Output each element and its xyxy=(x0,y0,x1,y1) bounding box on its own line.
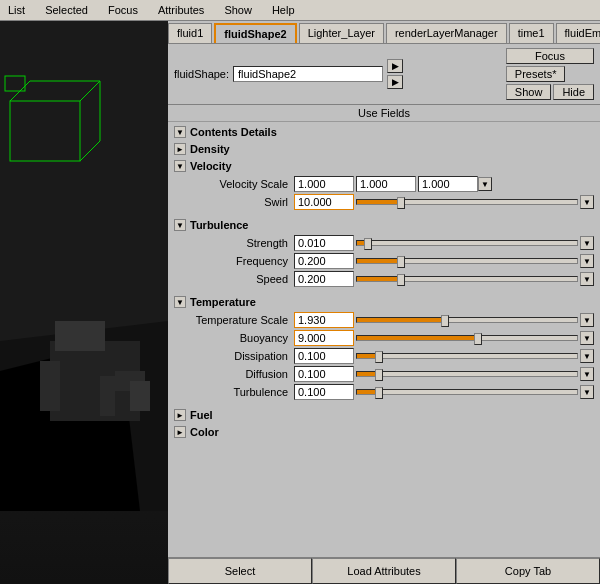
menu-help[interactable]: Help xyxy=(268,2,299,18)
section-density: ► Density xyxy=(170,141,598,157)
section-header-color[interactable]: ► Color xyxy=(170,424,598,440)
input-strength[interactable] xyxy=(294,235,354,251)
slider-track-temperature-scale[interactable] xyxy=(356,317,578,323)
slider-diffusion[interactable] xyxy=(356,371,578,377)
speed-icon[interactable]: ▼ xyxy=(580,272,594,286)
slider-track-speed[interactable] xyxy=(356,276,578,282)
input-dissipation[interactable] xyxy=(294,348,354,364)
slider-swirl[interactable] xyxy=(356,199,578,205)
frequency-icon[interactable]: ▼ xyxy=(580,254,594,268)
select-button[interactable]: Select xyxy=(168,558,312,584)
arrow-fuel[interactable]: ► xyxy=(174,409,186,421)
menu-attributes[interactable]: Attributes xyxy=(154,2,208,18)
arrow-density[interactable]: ► xyxy=(174,143,186,155)
input-temperature-scale[interactable] xyxy=(294,312,354,328)
menu-show[interactable]: Show xyxy=(220,2,256,18)
slider-track-frequency[interactable] xyxy=(356,258,578,264)
slider-speed[interactable] xyxy=(356,276,578,282)
slider-frequency[interactable] xyxy=(356,258,578,264)
dissipation-icon[interactable]: ▼ xyxy=(580,349,594,363)
presets-button[interactable]: Presets* xyxy=(506,66,566,82)
tab-renderlayermanager[interactable]: renderLayerManager xyxy=(386,23,507,43)
buoyancy-icon[interactable]: ▼ xyxy=(580,331,594,345)
attr-row-strength: Strength ▼ xyxy=(174,235,594,251)
attr-row-temperature-scale: Temperature Scale ▼ xyxy=(174,312,594,328)
temperature-scale-icon[interactable]: ▼ xyxy=(580,313,594,327)
section-header-density[interactable]: ► Density xyxy=(170,141,598,157)
label-buoyancy: Buoyancy xyxy=(174,332,294,344)
slider-track-buoyancy[interactable] xyxy=(356,335,578,341)
svg-rect-12 xyxy=(40,361,60,411)
slider-track-dissipation[interactable] xyxy=(356,353,578,359)
diffusion-icon[interactable]: ▼ xyxy=(580,367,594,381)
menu-selected[interactable]: Selected xyxy=(41,2,92,18)
input-swirl[interactable] xyxy=(294,194,354,210)
arrow-color[interactable]: ► xyxy=(174,426,186,438)
slider-strength[interactable] xyxy=(356,240,578,246)
right-panel: fluid1 fluidShape2 Lighter_Layer renderL… xyxy=(168,21,600,584)
velocity-scale-z[interactable] xyxy=(418,176,478,192)
label-diffusion: Diffusion xyxy=(174,368,294,380)
tab-fluidemitter1[interactable]: fluidEmitter1 xyxy=(556,23,600,43)
section-fuel: ► Fuel xyxy=(170,407,598,423)
attr-icon2[interactable]: ▶ xyxy=(387,75,403,89)
section-header-contents-details[interactable]: ▼ Contents Details xyxy=(170,124,598,140)
slider-track-turbulence-temp[interactable] xyxy=(356,389,578,395)
label-turbulence-temp: Turbulence xyxy=(174,386,294,398)
attr-row-diffusion: Diffusion ▼ xyxy=(174,366,594,382)
slider-buoyancy[interactable] xyxy=(356,335,578,341)
tab-fluidshape2[interactable]: fluidShape2 xyxy=(214,23,296,43)
input-turbulence-temp[interactable] xyxy=(294,384,354,400)
header-left: fluidShape: ▶ ▶ xyxy=(174,59,506,89)
arrow-temperature[interactable]: ▼ xyxy=(174,296,186,308)
tab-fluid1[interactable]: fluid1 xyxy=(168,23,212,43)
input-buoyancy[interactable] xyxy=(294,330,354,346)
label-swirl: Swirl xyxy=(174,196,294,208)
strength-icon[interactable]: ▼ xyxy=(580,236,594,250)
fluidshape-input[interactable] xyxy=(233,66,383,82)
slider-track-diffusion[interactable] xyxy=(356,371,578,377)
attr-row-turbulence-temp: Turbulence ▼ xyxy=(174,384,594,400)
label-speed: Speed xyxy=(174,273,294,285)
slider-track-swirl[interactable] xyxy=(356,199,578,205)
arrow-contents-details[interactable]: ▼ xyxy=(174,126,186,138)
swirl-icon[interactable]: ▼ xyxy=(580,195,594,209)
section-header-turbulence[interactable]: ▼ Turbulence xyxy=(170,217,598,233)
label-temperature-scale: Temperature Scale xyxy=(174,314,294,326)
velocity-scale-x[interactable] xyxy=(294,176,354,192)
use-fields-bar: Use Fields xyxy=(168,105,600,122)
header-icons: ▶ ▶ xyxy=(387,59,403,89)
attr-header: fluidShape: ▶ ▶ Focus Presets* Show Hide xyxy=(168,44,600,105)
input-speed[interactable] xyxy=(294,271,354,287)
copy-tab-button[interactable]: Copy Tab xyxy=(456,558,600,584)
velocity-scale-icon[interactable]: ▼ xyxy=(478,177,492,191)
velocity-scale-y[interactable] xyxy=(356,176,416,192)
input-frequency[interactable] xyxy=(294,253,354,269)
hide-button[interactable]: Hide xyxy=(553,84,594,100)
attr-row-velocity-scale: Velocity Scale ▼ xyxy=(174,176,594,192)
input-diffusion[interactable] xyxy=(294,366,354,382)
main-layout: fluid1 fluidShape2 Lighter_Layer renderL… xyxy=(0,21,600,584)
turbulence-temp-icon[interactable]: ▼ xyxy=(580,385,594,399)
load-attributes-button[interactable]: Load Attributes xyxy=(312,558,456,584)
show-button[interactable]: Show xyxy=(506,84,552,100)
slider-turbulence-temp[interactable] xyxy=(356,389,578,395)
attr-icon1[interactable]: ▶ xyxy=(387,59,403,73)
svg-rect-13 xyxy=(100,376,115,416)
arrow-velocity[interactable]: ▼ xyxy=(174,160,186,172)
menu-focus[interactable]: Focus xyxy=(104,2,142,18)
menu-list[interactable]: List xyxy=(4,2,29,18)
slider-dissipation[interactable] xyxy=(356,353,578,359)
tab-lighter-layer[interactable]: Lighter_Layer xyxy=(299,23,384,43)
label-dissipation: Dissipation xyxy=(174,350,294,362)
section-header-temperature[interactable]: ▼ Temperature xyxy=(170,294,598,310)
show-hide-row: Show Hide xyxy=(506,84,594,100)
tab-time1[interactable]: time1 xyxy=(509,23,554,43)
slider-track-strength[interactable] xyxy=(356,240,578,246)
attrs-panel[interactable]: ▼ Contents Details ► Density ▼ Velocity xyxy=(168,122,600,557)
arrow-turbulence[interactable]: ▼ xyxy=(174,219,186,231)
section-header-velocity[interactable]: ▼ Velocity xyxy=(170,158,598,174)
section-header-fuel[interactable]: ► Fuel xyxy=(170,407,598,423)
focus-button[interactable]: Focus xyxy=(506,48,594,64)
slider-temperature-scale[interactable] xyxy=(356,317,578,323)
